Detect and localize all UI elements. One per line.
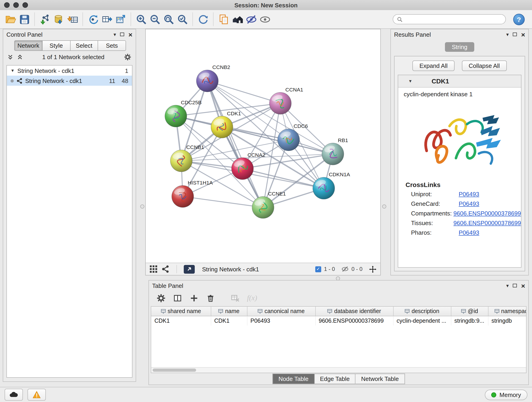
network-edge-count: 48 — [122, 77, 128, 84]
warning-button[interactable] — [27, 389, 46, 401]
network-view-icon[interactable] — [161, 265, 170, 273]
panel-close-icon[interactable]: × — [521, 31, 525, 38]
table-panel: Table Panel ▾ × f(x) — [148, 280, 529, 385]
column-header[interactable]: database identifier — [315, 307, 393, 316]
table-row[interactable]: CDK1 CDK1 P06493 9606.ENSP00000378699 cy… — [151, 316, 526, 325]
network-edge-CCNB2-CCNE1[interactable] — [207, 81, 263, 207]
splitter-handle-left[interactable] — [140, 204, 144, 209]
tab-select[interactable]: Select — [70, 40, 98, 51]
hide-selected-button[interactable] — [244, 12, 258, 26]
delete-column-icon[interactable] — [206, 293, 215, 303]
network-edge-CCNB2-CCNA1[interactable] — [207, 81, 280, 103]
collapse-all-button[interactable]: Collapse All — [462, 61, 507, 71]
column-header[interactable]: canonical name — [247, 307, 315, 316]
save-session-button[interactable] — [17, 12, 31, 26]
hidden-eye-slash-icon[interactable] — [341, 265, 349, 273]
column-header[interactable]: @id — [451, 307, 488, 316]
column-header[interactable]: shared name — [151, 307, 211, 316]
network-collection-row[interactable]: ▼ String Network - cdk1 1 — [7, 65, 132, 76]
tab-node-table[interactable]: Node Table — [272, 374, 314, 384]
network-node-CCNB2[interactable]: CCNB2 — [196, 64, 230, 92]
expand-all-button[interactable]: Expand All — [413, 61, 455, 71]
disclosure-triangle-icon[interactable]: ▼ — [408, 79, 412, 83]
panel-float-icon[interactable] — [513, 32, 517, 36]
copy-button[interactable] — [217, 12, 230, 26]
panel-float-icon[interactable] — [120, 32, 124, 36]
clone-network-button[interactable] — [100, 12, 114, 26]
crosslink-link[interactable]: P06493 — [459, 200, 479, 207]
tab-network[interactable]: Network — [14, 40, 43, 51]
column-header[interactable]: description — [393, 307, 451, 316]
horizontal-scrollbar[interactable] — [151, 367, 526, 373]
search-input[interactable] — [403, 16, 502, 23]
add-column-icon[interactable] — [189, 293, 199, 303]
zoom-out-button[interactable] — [148, 12, 162, 26]
column-header[interactable]: namespac — [488, 307, 526, 316]
network-node-label: HIST1H1A — [188, 180, 213, 186]
network-view[interactable]: CCNB2CCNA1CDC25BCDK1CDC6RB1CCNB1CCNA2CDK… — [145, 29, 381, 275]
refresh-button[interactable] — [196, 12, 210, 26]
network-node-HIST1H1A[interactable]: HIST1H1A — [172, 180, 213, 207]
home-icon — [232, 13, 243, 25]
crosslink-link[interactable]: 9606.ENSP00000378699 — [453, 210, 521, 217]
network-canvas[interactable]: CCNB2CCNA1CDC25BCDK1CDC6RB1CCNB1CCNA2CDK… — [146, 29, 380, 263]
panel-close-icon[interactable]: × — [128, 31, 133, 38]
network-node-CCNA1[interactable]: CCNA1 — [269, 87, 303, 114]
crosslink-link[interactable]: 9606.ENSP00000378699 — [453, 220, 521, 226]
expand-all-icon[interactable] — [17, 54, 23, 60]
memory-button[interactable]: Memory — [485, 389, 527, 400]
search-box[interactable] — [393, 14, 506, 24]
network-node-RB1[interactable]: RB1 — [322, 137, 348, 165]
crosslink-link[interactable]: P06493 — [459, 191, 479, 198]
birds-eye-icon[interactable] — [369, 265, 377, 273]
network-row[interactable]: String Network - cdk1 11 48 — [7, 76, 132, 86]
gear-icon[interactable] — [156, 293, 166, 303]
new-network-icon — [87, 13, 99, 25]
grid-view-icon[interactable] — [149, 265, 158, 273]
collapse-all-icon[interactable] — [7, 54, 13, 60]
tab-sets[interactable]: Sets — [98, 40, 126, 51]
tab-network-table[interactable]: Network Table — [355, 374, 405, 384]
disclosure-triangle-icon[interactable]: ▼ — [11, 68, 15, 73]
scrollbar-thumb[interactable] — [152, 369, 196, 372]
panel-menu-icon[interactable]: ▾ — [506, 32, 509, 37]
open-session-button[interactable] — [4, 12, 17, 26]
cloud-button[interactable] — [5, 389, 23, 401]
crosslink-label: Pharos: — [411, 229, 459, 236]
export-image-button[interactable] — [114, 12, 127, 26]
network-node-CDKN1A[interactable]: CDKN1A — [313, 172, 350, 199]
zoom-fit-button[interactable] — [162, 12, 176, 26]
selected-checkbox-icon[interactable]: ✓ — [315, 266, 321, 272]
home-button[interactable] — [230, 12, 244, 26]
panel-close-icon[interactable]: × — [521, 282, 525, 289]
gear-icon[interactable] — [124, 53, 132, 61]
tab-string[interactable]: String — [445, 42, 474, 52]
zoom-fit-icon — [163, 13, 174, 25]
tab-edge-table[interactable]: Edge Table — [315, 374, 356, 384]
panel-menu-icon[interactable]: ▾ — [114, 32, 116, 37]
control-panel: Control Panel ▾ × Network Style Select S… — [3, 29, 136, 382]
hidden-counts: 0 - 0 — [351, 266, 362, 272]
import-network-file-button[interactable] — [38, 12, 52, 26]
crosslink-row: Uniprot: P06493 — [398, 189, 521, 199]
import-table-button[interactable] — [65, 12, 79, 26]
panel-menu-icon[interactable]: ▾ — [506, 283, 509, 288]
import-network-database-button[interactable] — [52, 12, 65, 26]
show-all-button[interactable] — [258, 12, 272, 26]
network-node-CDK1[interactable]: CDK1 — [211, 110, 241, 138]
zoom-selected-button[interactable] — [176, 12, 189, 26]
splitter-handle-right[interactable] — [382, 204, 386, 209]
zoom-in-button[interactable] — [134, 12, 148, 26]
current-network-indicator — [11, 79, 14, 82]
detach-view-button[interactable] — [184, 265, 195, 274]
crosslink-link[interactable]: P06493 — [459, 229, 479, 236]
help-button[interactable]: ? — [513, 13, 525, 25]
show-columns-icon[interactable] — [173, 293, 182, 303]
column-header[interactable]: name — [211, 307, 247, 316]
network-edge-HIST1H1A-CCNE1[interactable] — [183, 196, 263, 207]
protein-section-header[interactable]: ▼ CDK1 — [398, 75, 521, 88]
tab-style[interactable]: Style — [43, 40, 70, 51]
table-cell: stringdb:9... — [451, 316, 488, 325]
panel-float-icon[interactable] — [513, 284, 517, 287]
new-network-button[interactable] — [86, 12, 100, 26]
